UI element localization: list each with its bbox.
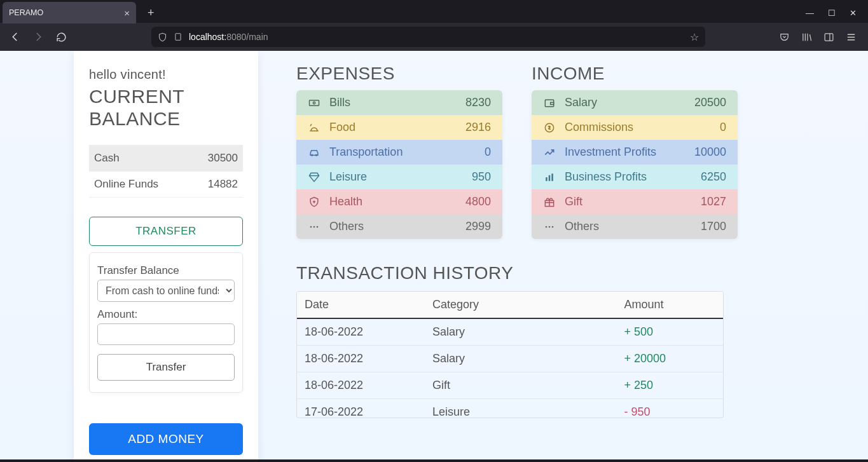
cell-category: Salary — [425, 318, 617, 346]
trend-up-icon — [541, 146, 558, 159]
tab-title: PERAMO — [9, 8, 124, 17]
svg-rect-10 — [551, 102, 554, 104]
balance-label: Online Funds — [94, 178, 158, 191]
income-row-salary[interactable]: Salary 20500 — [532, 90, 738, 115]
expense-row-food[interactable]: Food 2916 — [296, 115, 502, 140]
bills-icon — [305, 97, 323, 109]
income-list: Salary 20500 Commissions 0 Investment Pr… — [532, 90, 738, 239]
svg-rect-2 — [310, 100, 319, 105]
gift-icon — [541, 196, 558, 208]
income-row-commissions[interactable]: Commissions 0 — [532, 115, 738, 140]
diamond-icon — [305, 171, 323, 184]
amount-input[interactable] — [97, 323, 235, 345]
main-content: EXPENSES Bills 8230 Food 2916 Transpo — [296, 51, 868, 459]
balance-value: 30500 — [208, 152, 238, 165]
shield-icon — [158, 32, 167, 42]
sidebar-icon[interactable] — [823, 32, 834, 43]
history-title: TRANSACTION HISTORY — [296, 263, 868, 283]
close-icon[interactable]: × — [124, 8, 130, 18]
svg-point-18 — [552, 226, 554, 228]
transfer-button[interactable]: TRANSFER — [89, 217, 243, 246]
new-tab-button[interactable]: + — [142, 4, 160, 22]
url-text: localhost:8080/main — [189, 32, 268, 42]
balance-title: CURRENT BALANCE — [89, 86, 243, 130]
close-window-icon[interactable]: ✕ — [850, 8, 857, 18]
history-scroll[interactable]: Date Category Amount 18-06-2022Salary+ 5… — [297, 292, 723, 418]
expenses-column: EXPENSES Bills 8230 Food 2916 Transpo — [296, 64, 502, 239]
expense-row-others[interactable]: Others 2999 — [296, 214, 502, 239]
income-row-investments[interactable]: Investment Profits 10000 — [532, 140, 738, 165]
transfer-direction-select[interactable]: From cash to online funds — [97, 280, 235, 302]
balance-value: 14882 — [208, 178, 238, 191]
svg-point-17 — [549, 226, 551, 228]
table-row[interactable]: 18-06-2022Salary+ 500 — [297, 318, 723, 346]
cell-date: 18-06-2022 — [297, 318, 425, 346]
page-viewport: hello vincent! CURRENT BALANCE Cash 3050… — [0, 51, 868, 459]
expense-row-health[interactable]: Health 4800 — [296, 189, 502, 214]
maximize-icon[interactable]: ☐ — [828, 8, 836, 18]
svg-rect-9 — [545, 100, 553, 107]
page-icon — [174, 32, 183, 41]
cell-category: Salary — [425, 346, 617, 372]
balance-label: Cash — [94, 152, 120, 165]
browser-chrome: PERAMO × + — ☐ ✕ localhost:8080/main — [0, 0, 868, 51]
bookmark-icon[interactable]: ☆ — [690, 31, 699, 43]
expenses-title: EXPENSES — [296, 64, 502, 84]
tab-bar: PERAMO × + — ☐ ✕ — [0, 0, 868, 23]
greeting-text: hello vincent! — [89, 67, 243, 82]
chart-bar-icon — [541, 171, 558, 184]
history-panel: Date Category Amount 18-06-2022Salary+ 5… — [296, 291, 724, 418]
transfer-submit-button[interactable]: Transfer — [97, 354, 235, 381]
balance-table: Cash 30500 Online Funds 14882 — [89, 145, 243, 198]
table-header: Date Category Amount — [297, 292, 723, 318]
svg-rect-1 — [825, 33, 833, 40]
svg-rect-0 — [176, 34, 181, 41]
cell-date: 18-06-2022 — [297, 346, 425, 372]
add-money-button[interactable]: ADD MONEY — [89, 423, 243, 455]
cell-date: 18-06-2022 — [297, 372, 425, 399]
back-button[interactable] — [6, 28, 24, 46]
expense-row-bills[interactable]: Bills 8230 — [296, 90, 502, 115]
expense-row-transport[interactable]: Transportation 0 — [296, 140, 502, 165]
income-row-gift[interactable]: Gift 1027 — [532, 189, 738, 214]
expense-row-leisure[interactable]: Leisure 950 — [296, 165, 502, 189]
browser-tab[interactable]: PERAMO × — [3, 2, 136, 24]
library-icon[interactable] — [801, 32, 812, 43]
minimize-icon[interactable]: — — [806, 8, 814, 18]
table-row[interactable]: 18-06-2022Salary+ 20000 — [297, 346, 723, 372]
url-bar[interactable]: localhost:8080/main ☆ — [151, 27, 705, 47]
svg-rect-12 — [546, 177, 548, 181]
balance-row-cash: Cash 30500 — [89, 146, 243, 172]
browser-toolbar: localhost:8080/main ☆ — [0, 23, 868, 51]
toolbar-right — [774, 32, 862, 43]
col-amount: Amount — [617, 292, 724, 318]
dots-icon — [305, 221, 323, 233]
car-icon — [305, 146, 323, 159]
transfer-panel: Transfer Balance From cash to online fun… — [89, 252, 243, 393]
cell-category: Gift — [425, 372, 617, 399]
col-category: Category — [425, 292, 617, 318]
income-row-others[interactable]: Others 1700 — [532, 214, 738, 239]
cell-category: Leisure — [425, 399, 617, 418]
col-date: Date — [297, 292, 425, 318]
food-icon — [305, 121, 323, 134]
table-row[interactable]: 17-06-2022Leisure- 950 — [297, 399, 723, 418]
cell-date: 17-06-2022 — [297, 399, 425, 418]
balance-card: hello vincent! CURRENT BALANCE Cash 3050… — [74, 51, 258, 459]
pocket-icon[interactable] — [779, 32, 790, 43]
reload-button[interactable] — [52, 28, 70, 46]
history-table: Date Category Amount 18-06-2022Salary+ 5… — [297, 292, 723, 418]
income-column: INCOME Salary 20500 Commissions 0 Inv — [532, 64, 738, 239]
forward-button[interactable] — [29, 28, 47, 46]
svg-point-3 — [313, 102, 315, 104]
cell-amount: + 500 — [617, 318, 724, 346]
balance-row-online: Online Funds 14882 — [89, 172, 243, 198]
income-title: INCOME — [532, 64, 738, 84]
svg-point-6 — [310, 226, 312, 228]
table-row[interactable]: 18-06-2022Gift+ 250 — [297, 372, 723, 399]
income-row-business[interactable]: Business Profits 6250 — [532, 165, 738, 189]
svg-point-16 — [546, 226, 548, 228]
svg-rect-13 — [549, 175, 551, 180]
menu-icon[interactable] — [846, 32, 857, 43]
wallet-icon — [541, 97, 558, 109]
